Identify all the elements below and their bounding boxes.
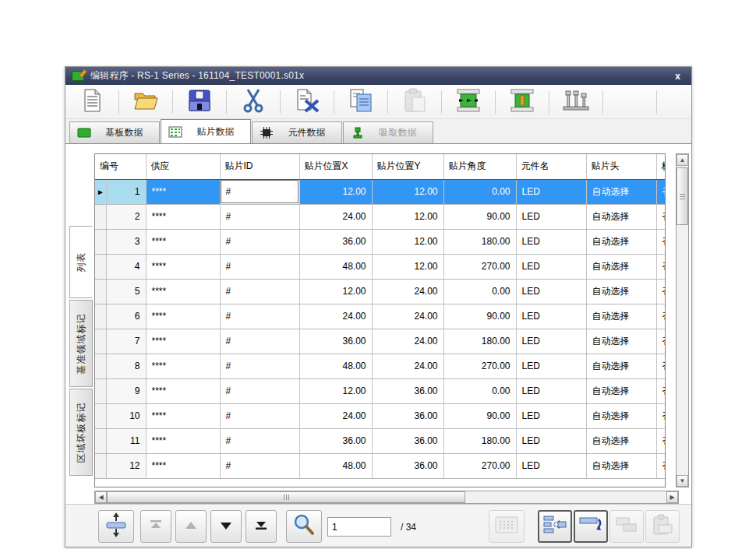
table-cell[interactable]: **** — [146, 378, 220, 403]
insert-row-button[interactable] — [538, 510, 572, 543]
table-cell[interactable]: 270.00 — [443, 354, 516, 378]
table-cell[interactable]: 180.00 — [443, 329, 516, 354]
table-cell[interactable]: **** — [146, 229, 220, 254]
table-cell[interactable]: **** — [146, 279, 220, 304]
row-indicator[interactable] — [95, 428, 106, 453]
row-indicator[interactable] — [95, 329, 106, 354]
row-indicator[interactable] — [95, 304, 106, 329]
table-cell[interactable]: LED — [516, 179, 586, 204]
table-row[interactable]: ►1****#12.0012.000.00LED自动选择否 — [95, 179, 666, 204]
table-cell[interactable]: 270.00 — [443, 254, 516, 279]
table-cell[interactable]: 否 — [656, 254, 666, 279]
table-cell[interactable]: 自动选择 — [586, 204, 656, 229]
table-cell[interactable]: LED — [516, 378, 586, 403]
table-cell[interactable]: 12.00 — [372, 179, 443, 204]
table-cell[interactable]: 48.00 — [299, 354, 372, 378]
column-header[interactable]: 贴片头 — [586, 154, 656, 179]
table-row[interactable]: 10****#24.0036.0090.00LED自动选择否 — [95, 403, 666, 428]
search-button[interactable] — [286, 510, 322, 543]
table-cell[interactable]: 0.00 — [443, 378, 516, 403]
row-indicator[interactable] — [95, 254, 106, 279]
move-up-button[interactable] — [175, 510, 207, 543]
move-first-button[interactable] — [140, 510, 171, 543]
table-row[interactable]: 5****#12.0024.000.00LED自动选择否 — [95, 279, 666, 304]
table-cell[interactable]: 9 — [106, 378, 146, 403]
scroll-left-icon[interactable]: ◀ — [95, 491, 107, 503]
table-cell[interactable]: # — [220, 453, 299, 478]
table-cell[interactable]: **** — [146, 329, 220, 354]
table-cell[interactable]: 24.00 — [372, 304, 443, 329]
table-cell[interactable]: LED — [516, 204, 586, 229]
save-button[interactable] — [178, 87, 221, 117]
column-header[interactable]: 元件名 — [516, 154, 586, 179]
table-cell[interactable]: 否 — [656, 453, 666, 478]
table-cell[interactable]: 90.00 — [443, 204, 516, 229]
table-cell[interactable]: 24.00 — [372, 279, 443, 304]
table-cell[interactable]: 8 — [106, 354, 146, 378]
table-cell[interactable]: **** — [146, 254, 220, 279]
table-cell[interactable]: 5 — [106, 279, 146, 304]
table-cell[interactable]: 90.00 — [443, 304, 516, 329]
table-cell[interactable]: 自动选择 — [586, 254, 656, 279]
tab-component-data[interactable]: 元件数据 — [252, 121, 342, 143]
table-cell[interactable]: 自动选择 — [586, 304, 656, 329]
table-cell[interactable]: # — [220, 428, 299, 453]
table-cell[interactable]: 0.00 — [443, 279, 516, 304]
table-cell[interactable]: 自动选择 — [586, 179, 656, 204]
row-indicator[interactable] — [95, 229, 106, 254]
column-header[interactable]: 贴片角度 — [443, 154, 516, 179]
table-cell[interactable]: 12.00 — [372, 204, 443, 229]
horizontal-scrollbar[interactable]: ◀ ▶ — [94, 491, 679, 504]
table-cell[interactable]: 自动选择 — [586, 279, 656, 304]
table-cell[interactable]: # — [220, 329, 299, 354]
scroll-down-icon[interactable]: ▼ — [677, 475, 688, 487]
table-cell[interactable]: 12 — [106, 453, 146, 478]
table-cell[interactable]: # — [220, 403, 299, 428]
table-cell[interactable]: LED — [516, 354, 586, 378]
row-indicator[interactable] — [95, 403, 106, 428]
tab-placement-data[interactable]: 贴片数据 — [161, 119, 251, 143]
table-cell[interactable]: 1 — [106, 179, 146, 204]
table-cell[interactable]: LED — [516, 329, 586, 354]
table-cell[interactable]: # — [220, 304, 299, 329]
table-cell[interactable]: 12.00 — [372, 229, 443, 254]
table-cell[interactable]: LED — [516, 428, 586, 453]
table-cell[interactable]: 36.00 — [372, 403, 443, 428]
table-cell[interactable]: 48.00 — [299, 254, 372, 279]
close-button[interactable]: x — [670, 71, 685, 82]
column-header[interactable]: 贴片位置X — [299, 154, 372, 179]
table-cell[interactable]: 24.00 — [372, 329, 443, 354]
table-cell[interactable]: 24.00 — [299, 403, 372, 428]
scroll-right-icon[interactable]: ▶ — [666, 491, 678, 503]
table-cell[interactable]: LED — [516, 403, 586, 428]
table-cell[interactable]: 7 — [106, 329, 146, 354]
vertical-scroll-thumb[interactable] — [677, 167, 688, 225]
table-cell[interactable]: LED — [516, 304, 586, 329]
row-indicator[interactable] — [95, 279, 106, 304]
table-row[interactable]: 3****#36.0012.00180.00LED自动选择否 — [95, 229, 666, 254]
tab-board-data[interactable]: 基板数据 — [69, 121, 160, 143]
table-cell[interactable]: 自动选择 — [586, 378, 656, 403]
table-cell[interactable]: 3 — [106, 229, 146, 254]
table-cell[interactable]: 自动选择 — [586, 428, 656, 453]
table-cell[interactable]: # — [220, 204, 299, 229]
table-row[interactable]: 2****#24.0012.0090.00LED自动选择否 — [95, 204, 666, 229]
table-cell[interactable]: 否 — [656, 329, 666, 354]
column-header[interactable]: 编号 — [95, 154, 146, 179]
table-row[interactable]: 4****#48.0012.00270.00LED自动选择否 — [95, 254, 666, 279]
table-cell[interactable]: 90.00 — [443, 403, 516, 428]
table-cell[interactable]: 否 — [656, 229, 666, 254]
table-cell[interactable]: 6 — [106, 304, 146, 329]
cut-button[interactable] — [231, 87, 275, 117]
nozzle-setup-button[interactable] — [554, 87, 598, 117]
row-indicator[interactable] — [95, 354, 106, 378]
table-cell[interactable]: 2 — [106, 204, 146, 229]
table-cell[interactable]: 12.00 — [372, 254, 443, 279]
open-file-button[interactable] — [124, 87, 168, 117]
table-cell[interactable]: 否 — [656, 428, 666, 453]
table-cell[interactable]: 自动选择 — [586, 403, 656, 428]
table-cell[interactable]: 否 — [656, 304, 666, 329]
table-cell[interactable]: 否 — [656, 279, 666, 304]
table-cell[interactable]: LED — [516, 453, 586, 478]
table-cell[interactable]: 36.00 — [299, 329, 372, 354]
